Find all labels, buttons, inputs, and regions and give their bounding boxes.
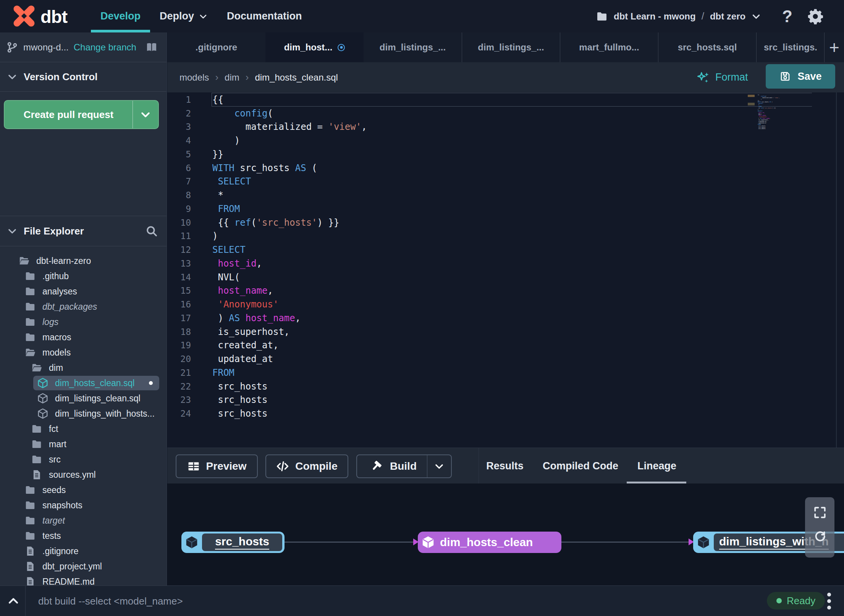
fullscreen-icon[interactable] <box>813 506 827 519</box>
change-branch-link[interactable]: Change branch <box>74 42 136 53</box>
dbt-logo-icon[interactable] <box>13 5 35 27</box>
command-input[interactable]: dbt build --select <model_name> <box>38 595 183 607</box>
tree-item-fct[interactable]: fct <box>0 421 167 437</box>
help-button[interactable]: ? <box>782 7 792 26</box>
code-lines: 1{{2 config(3 materialized = 'view',4 )5… <box>167 93 821 420</box>
save-button[interactable]: Save <box>766 64 835 89</box>
editor-tab-src-hosts-sql[interactable]: src_hosts.sql <box>658 32 756 62</box>
tree-item-dbt-project-yml[interactable]: dbt_project.yml <box>0 559 167 574</box>
editor-tab-mart-fullmo-[interactable]: mart_fullmo... <box>560 32 658 62</box>
code-line-7[interactable]: 7 SELECT <box>167 175 821 189</box>
lineage-panel[interactable]: src_hostsdim_hosts_cleandim_listings_wit… <box>167 483 844 585</box>
editor-minimap[interactable]: {{ config( materialized = 'view', )}}WIT… <box>758 94 782 130</box>
editor-scrollbar[interactable] <box>836 92 837 448</box>
chevron-up-icon[interactable] <box>7 595 20 608</box>
kebab-menu-icon[interactable] <box>827 593 831 610</box>
tree-item-dbt-learn-zero[interactable]: dbt-learn-zero <box>0 253 167 268</box>
compile-button[interactable]: Compile <box>265 454 348 478</box>
create-pull-request-button[interactable]: Create pull request <box>4 100 159 129</box>
docs-book-icon[interactable] <box>145 41 158 54</box>
tree-item-dim[interactable]: dim <box>0 360 167 375</box>
lineage-node-src-hosts[interactable]: src_hosts <box>181 532 285 553</box>
lineage-node-dim-hosts-clean[interactable]: dim_hosts_clean <box>418 532 561 553</box>
code-line-4[interactable]: 4 ) <box>167 134 821 147</box>
code-line-16[interactable]: 16 'Anonymous' <box>167 297 821 311</box>
tree-item-label: target <box>42 516 65 526</box>
tree-item--github[interactable]: .github <box>0 268 167 284</box>
tree-item-macros[interactable]: macros <box>0 330 167 345</box>
breadcrumb-item[interactable]: models <box>179 72 209 83</box>
code-editor[interactable]: 1{{2 config(3 materialized = 'view',4 )5… <box>167 92 844 448</box>
tree-item--gitignore[interactable]: .gitignore <box>0 543 167 559</box>
code-text: src_hosts <box>212 394 268 405</box>
chevron-down-icon[interactable] <box>133 101 158 128</box>
format-button[interactable]: Format <box>695 62 748 92</box>
model-cube-icon <box>181 535 202 550</box>
tree-item-src[interactable]: src <box>0 452 167 467</box>
nav-item-deploy[interactable]: Deploy <box>150 0 217 32</box>
code-line-8[interactable]: 8 * <box>167 188 821 202</box>
panel-tab-compiled-code[interactable]: Compiled Code <box>543 460 618 472</box>
code-line-6[interactable]: 6WITH src_hosts AS ( <box>167 161 821 175</box>
code-line-15[interactable]: 15 host_name, <box>167 284 821 298</box>
nav-item-documentation[interactable]: Documentation <box>217 0 312 32</box>
tree-item-analyses[interactable]: analyses <box>0 284 167 299</box>
tree-item-dim-listings-clean-sql[interactable]: dim_listings_clean.sql <box>0 391 167 406</box>
build-button[interactable]: Build <box>356 454 452 478</box>
breadcrumb-item[interactable]: dim_hosts_clean.sql <box>255 72 338 83</box>
tree-item-models[interactable]: models <box>0 345 167 360</box>
code-line-9[interactable]: 9 FROM <box>167 202 821 216</box>
code-line-21[interactable]: 21FROM <box>167 366 821 380</box>
code-line-3[interactable]: 3 materialized = 'view', <box>167 120 821 134</box>
code-line-17[interactable]: 17 ) AS host_name, <box>167 311 821 325</box>
tree-item-tests[interactable]: tests <box>0 528 167 543</box>
tree-item-readme-md[interactable]: README.md <box>0 574 167 585</box>
editor-tab-bar: .gitignoredim_host...dim_listings_...dim… <box>167 32 844 62</box>
tree-item-mart[interactable]: mart <box>0 437 167 452</box>
code-line-12[interactable]: 12SELECT <box>167 243 821 257</box>
code-line-1[interactable]: 1{{ <box>167 93 821 107</box>
tree-item-dbt-packages[interactable]: dbt_packages <box>0 299 167 314</box>
refresh-icon[interactable] <box>813 529 827 543</box>
panel-tab-results[interactable]: Results <box>486 460 524 472</box>
code-line-20[interactable]: 20 updated_at <box>167 352 821 366</box>
code-line-22[interactable]: 22 src_hosts <box>167 380 821 393</box>
version-control-header[interactable]: Version Control <box>0 62 167 92</box>
preview-button[interactable]: Preview <box>176 454 258 478</box>
nav-item-develop[interactable]: Develop <box>91 0 150 32</box>
tree-item-snapshots[interactable]: snapshots <box>0 498 167 513</box>
editor-tab-dim-listings-[interactable]: dim_listings_... <box>462 32 560 62</box>
file-explorer-header[interactable]: File Explorer <box>0 216 167 246</box>
lineage-node-label-box: src_hosts <box>202 534 282 551</box>
folder-icon <box>31 438 42 450</box>
code-line-19[interactable]: 19 created_at, <box>167 339 821 352</box>
new-tab-button[interactable]: + <box>824 32 844 62</box>
project-selector[interactable]: dbt Learn - mwong / dbt zero <box>596 0 761 32</box>
code-line-24[interactable]: 24 src_hosts <box>167 407 821 420</box>
code-line-10[interactable]: 10 {{ ref('src_hosts') }} <box>167 216 821 230</box>
editor-tab-dim-listings-[interactable]: dim_listings_... <box>364 32 462 62</box>
chevron-down-icon[interactable] <box>427 455 451 477</box>
tree-item-seeds[interactable]: seeds <box>0 482 167 498</box>
code-line-13[interactable]: 13 host_id, <box>167 257 821 270</box>
editor-tab-src-listings-[interactable]: src_listings. <box>756 32 825 62</box>
breadcrumb-item[interactable]: dim <box>225 72 239 83</box>
code-line-5[interactable]: 5}} <box>167 147 821 161</box>
gear-icon[interactable] <box>807 8 824 25</box>
editor-tab-dim-host-[interactable]: dim_host... <box>265 32 364 62</box>
code-line-14[interactable]: 14 NVL( <box>167 270 821 284</box>
panel-tab-lineage[interactable]: Lineage <box>637 460 676 472</box>
code-line-23[interactable]: 23 src_hosts <box>167 393 821 407</box>
tree-item-sources-yml[interactable]: sources.yml <box>0 467 167 482</box>
code-line-11[interactable]: 11) <box>167 230 821 243</box>
tree-item-dim-hosts-clean-sql[interactable]: dim_hosts_clean.sql <box>0 375 167 391</box>
unsaved-file-dot <box>149 381 153 385</box>
lineage-edge <box>285 542 413 543</box>
editor-tab--gitignore[interactable]: .gitignore <box>167 32 265 62</box>
code-line-18[interactable]: 18 is_superhost, <box>167 325 821 339</box>
search-icon[interactable] <box>145 225 158 238</box>
tree-item-logs[interactable]: logs <box>0 314 167 330</box>
code-line-2[interactable]: 2 config( <box>167 107 821 120</box>
tree-item-dim-listings-with-hosts-[interactable]: dim_listings_with_hosts... <box>0 406 167 421</box>
tree-item-target[interactable]: target <box>0 513 167 528</box>
